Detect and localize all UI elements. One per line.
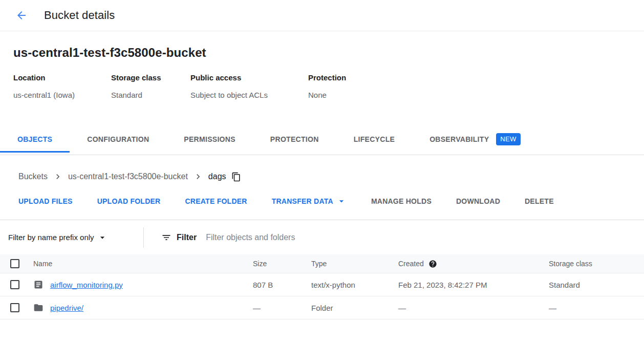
breadcrumb-buckets[interactable]: Buckets <box>18 172 48 181</box>
object-name-cell: airflow_monitoring.py <box>33 280 253 290</box>
meta-location: Location us-central1 (Iowa) <box>13 73 111 99</box>
button-label: UPLOAD FOLDER <box>97 197 161 205</box>
tab-label: LIFECYCLE <box>354 135 395 143</box>
filter-label: Filter <box>177 233 197 242</box>
column-header-created[interactable]: Created <box>398 260 549 268</box>
object-name-cell: pipedrive/ <box>33 303 253 313</box>
column-header-label: Created <box>398 260 424 268</box>
button-label: DELETE <box>525 197 554 205</box>
objects-table: Name Size Type Created Storage class air… <box>0 254 644 319</box>
object-size: 807 B <box>253 281 311 289</box>
object-type: Folder <box>311 304 398 312</box>
button-label: CREATE FOLDER <box>185 197 247 205</box>
breadcrumb-current-folder: dags <box>208 172 226 181</box>
row-checkbox-cell <box>0 303 33 312</box>
object-link[interactable]: airflow_monitoring.py <box>50 281 123 289</box>
filter-list-icon <box>161 232 171 243</box>
meta-label: Public access <box>190 73 298 82</box>
object-toolbar: UPLOAD FILES UPLOAD FOLDER CREATE FOLDER… <box>0 182 644 220</box>
button-label: DOWNLOAD <box>456 197 500 205</box>
arrow-drop-down-icon <box>97 232 108 243</box>
copy-icon[interactable] <box>231 172 241 182</box>
table-row: pipedrive/ — Folder — — <box>0 296 644 319</box>
row-checkbox-cell <box>0 280 33 289</box>
meta-protection: Protection None <box>308 73 356 99</box>
help-icon[interactable] <box>428 260 437 268</box>
back-arrow-icon[interactable] <box>15 9 28 22</box>
meta-label: Location <box>13 73 101 82</box>
breadcrumb: Buckets us-central1-test-f3c5800e-bucket… <box>0 155 644 182</box>
upload-files-button[interactable]: UPLOAD FILES <box>6 193 85 209</box>
arrow-drop-down-icon <box>336 196 347 206</box>
tab-label: OBSERVABILITY <box>430 135 489 143</box>
table-row: airflow_monitoring.py 807 B text/x-pytho… <box>0 273 644 296</box>
tab-protection[interactable]: PROTECTION <box>253 127 336 153</box>
meta-value: us-central1 (Iowa) <box>13 91 101 99</box>
meta-public-access: Public access Subject to object ACLs <box>190 73 308 99</box>
chevron-right-icon <box>193 172 203 182</box>
object-size: — <box>253 304 311 312</box>
object-storage-class: Standard <box>549 281 644 289</box>
transfer-data-button[interactable]: TRANSFER DATA <box>260 192 359 210</box>
tab-permissions[interactable]: PERMISSIONS <box>166 127 253 153</box>
tab-bar: OBJECTS CONFIGURATION PERMISSIONS PROTEC… <box>0 125 644 155</box>
column-header-name[interactable]: Name <box>33 260 253 268</box>
object-storage-class: — <box>549 304 644 312</box>
column-header-storage-class[interactable]: Storage class <box>549 260 644 268</box>
bucket-meta: Location us-central1 (Iowa) Storage clas… <box>13 73 631 99</box>
appbar: Bucket details <box>0 0 644 31</box>
object-created: — <box>398 304 549 312</box>
bucket-summary: us-central1-test-f3c5800e-bucket Locatio… <box>0 31 644 99</box>
filter-scope-dropdown[interactable]: Filter by name prefix only <box>0 232 143 243</box>
meta-value: None <box>308 91 346 99</box>
column-header-size[interactable]: Size <box>253 260 311 268</box>
download-button[interactable]: DOWNLOAD <box>444 193 512 209</box>
row-checkbox[interactable] <box>10 280 19 289</box>
new-badge: NEW <box>496 133 520 145</box>
page-title: Bucket details <box>44 9 115 22</box>
meta-storage-class: Storage class Standard <box>111 73 190 99</box>
tab-configuration[interactable]: CONFIGURATION <box>70 127 166 153</box>
tab-label: PERMISSIONS <box>184 135 235 143</box>
filter-scope-label: Filter by name prefix only <box>8 233 94 242</box>
column-header-type[interactable]: Type <box>311 260 398 268</box>
object-type: text/x-python <box>311 281 398 289</box>
bucket-name: us-central1-test-f3c5800e-bucket <box>13 46 631 60</box>
create-folder-button[interactable]: CREATE FOLDER <box>173 193 259 209</box>
meta-value: Standard <box>111 91 180 99</box>
tab-label: CONFIGURATION <box>87 135 149 143</box>
object-created: Feb 21, 2023, 8:42:27 PM <box>398 281 549 289</box>
meta-label: Storage class <box>111 73 180 82</box>
table-header-row: Name Size Type Created Storage class <box>0 254 644 273</box>
filter-bar: Filter by name prefix only Filter <box>0 220 644 254</box>
tab-label: PROTECTION <box>270 135 319 143</box>
button-label: TRANSFER DATA <box>272 197 333 205</box>
meta-label: Protection <box>308 73 346 82</box>
button-label: MANAGE HOLDS <box>371 197 432 205</box>
select-all-checkbox[interactable] <box>10 259 19 268</box>
tab-label: OBJECTS <box>17 135 52 143</box>
filter-objects-input[interactable] <box>206 233 644 242</box>
filter-input-area: Filter <box>144 232 644 243</box>
upload-folder-button[interactable]: UPLOAD FOLDER <box>85 193 173 209</box>
file-icon <box>33 280 44 290</box>
row-checkbox[interactable] <box>10 303 19 312</box>
button-label: UPLOAD FILES <box>18 197 73 205</box>
object-link[interactable]: pipedrive/ <box>50 304 83 312</box>
header-checkbox-cell <box>0 259 33 268</box>
breadcrumb-bucket-name[interactable]: us-central1-test-f3c5800e-bucket <box>68 172 188 181</box>
tab-observability[interactable]: OBSERVABILITY NEW <box>412 125 538 155</box>
chevron-right-icon <box>53 172 63 182</box>
folder-icon <box>33 303 44 313</box>
tab-lifecycle[interactable]: LIFECYCLE <box>336 127 412 153</box>
delete-button[interactable]: DELETE <box>512 193 566 209</box>
tab-objects[interactable]: OBJECTS <box>0 127 70 153</box>
meta-value: Subject to object ACLs <box>190 91 298 99</box>
manage-holds-button[interactable]: MANAGE HOLDS <box>359 193 444 209</box>
